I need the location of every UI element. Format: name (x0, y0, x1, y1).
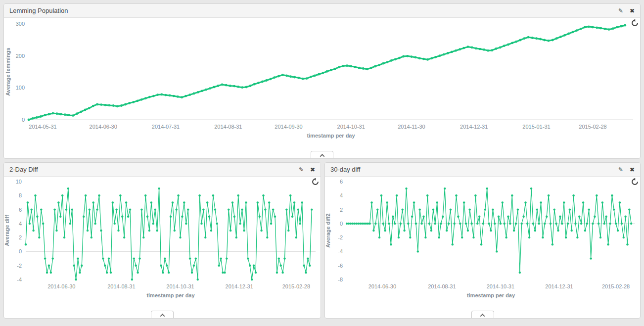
svg-text:2015-02-28: 2015-02-28 (579, 124, 606, 130)
svg-text:2014-07-31: 2014-07-31 (152, 124, 180, 130)
svg-text:-2: -2 (17, 263, 22, 269)
svg-text:2015-02-28: 2015-02-28 (282, 283, 310, 289)
svg-text:0: 0 (340, 221, 343, 227)
collapse-panel-button[interactable] (151, 311, 174, 318)
chart-area: 01002003002014-05-312014-06-302014-07-31… (4, 18, 640, 142)
svg-text:4: 4 (19, 221, 22, 227)
svg-text:timestamp per day: timestamp per day (307, 133, 355, 139)
svg-text:Average diff: Average diff (4, 215, 10, 246)
svg-text:-8: -8 (338, 277, 343, 282)
edit-panel-icon[interactable]: ✎ (618, 167, 623, 173)
edit-panel-icon[interactable]: ✎ (618, 8, 623, 14)
bottom-row: 2-Day Diff ✎ ✖ -4-202468102014-06-302014… (3, 162, 641, 319)
panel-header-icons: ✎ ✖ (299, 167, 315, 173)
chart-area: -4-202468102014-06-302014-08-312014-10-3… (4, 177, 321, 304)
circular-arrow-icon[interactable] (312, 178, 319, 186)
svg-text:2014-05-31: 2014-05-31 (29, 124, 56, 130)
svg-text:2014-08-31: 2014-08-31 (214, 124, 242, 130)
panel-header-icons: ✎ ✖ (618, 8, 635, 14)
svg-text:2: 2 (19, 234, 22, 240)
svg-text:Average lemmings: Average lemmings (5, 47, 11, 95)
circular-arrow-icon[interactable] (631, 19, 639, 27)
panel-lemming-population: Lemming Population ✎ ✖ 01002003002014-05… (3, 3, 641, 159)
lemming-population-chart[interactable]: 01002003002014-05-312014-06-302014-07-31… (4, 18, 640, 142)
svg-text:8: 8 (19, 192, 22, 198)
panel-30-day-diff: 30-day diff ✎ ✖ -8-6-4-202462014-06-3020… (324, 162, 641, 319)
svg-text:2014-12-31: 2014-12-31 (545, 283, 573, 289)
svg-text:2014-09-30: 2014-09-30 (275, 124, 302, 130)
svg-text:Average diff2: Average diff2 (325, 213, 331, 247)
close-panel-icon[interactable]: ✖ (630, 8, 635, 14)
collapse-panel-button[interactable] (471, 311, 494, 318)
svg-text:2014-06-30: 2014-06-30 (90, 124, 117, 130)
chart-area: -8-6-4-202462014-06-302014-08-312014-10-… (325, 177, 640, 304)
dashboard: Lemming Population ✎ ✖ 01002003002014-05… (0, 0, 644, 326)
svg-text:2014-10-31: 2014-10-31 (337, 124, 365, 130)
svg-text:4: 4 (340, 192, 343, 198)
chevron-up-icon (160, 314, 165, 319)
svg-text:6: 6 (19, 207, 22, 213)
svg-text:200: 200 (16, 53, 25, 59)
svg-text:2014-08-31: 2014-08-31 (428, 283, 456, 289)
svg-text:-2: -2 (338, 234, 343, 240)
chevron-up-icon (320, 154, 324, 159)
close-panel-icon[interactable]: ✖ (630, 167, 635, 173)
svg-text:-4: -4 (17, 277, 22, 282)
svg-text:2014-06-30: 2014-06-30 (47, 283, 75, 289)
svg-text:-6: -6 (338, 263, 343, 269)
svg-text:timestamp per day: timestamp per day (467, 292, 515, 298)
svg-text:2014-10-31: 2014-10-31 (487, 283, 514, 289)
panel-2-day-diff: 2-Day Diff ✎ ✖ -4-202468102014-06-302014… (3, 162, 321, 319)
svg-text:timestamp per day: timestamp per day (146, 292, 195, 298)
svg-text:0: 0 (19, 248, 22, 254)
two-day-diff-chart[interactable]: -4-202468102014-06-302014-08-312014-10-3… (4, 177, 321, 304)
panel-title: 2-Day Diff (9, 166, 38, 173)
svg-text:2014-10-31: 2014-10-31 (166, 283, 194, 289)
svg-text:0: 0 (22, 117, 25, 123)
panel-drag-handle[interactable]: Lemming Population ✎ ✖ (4, 4, 640, 18)
svg-text:10: 10 (16, 179, 22, 185)
panel-drag-handle[interactable]: 2-Day Diff ✎ ✖ (4, 163, 321, 177)
chevron-up-icon (480, 314, 485, 319)
circular-arrow-icon[interactable] (631, 178, 639, 186)
svg-text:300: 300 (16, 21, 25, 27)
edit-panel-icon[interactable]: ✎ (299, 167, 304, 173)
svg-text:-4: -4 (338, 248, 343, 254)
svg-text:2014-12-31: 2014-12-31 (226, 283, 253, 289)
svg-text:2015-01-31: 2015-01-31 (522, 124, 550, 130)
panel-drag-handle[interactable]: 30-day diff ✎ ✖ (325, 163, 640, 177)
svg-text:2014-06-30: 2014-06-30 (368, 283, 396, 289)
svg-text:100: 100 (16, 85, 25, 91)
panel-title: 30-day diff (330, 166, 360, 173)
thirty-day-diff-chart[interactable]: -8-6-4-202462014-06-302014-08-312014-10-… (325, 177, 640, 304)
svg-text:2014-12-31: 2014-12-31 (460, 124, 488, 130)
svg-text:2014-11-30: 2014-11-30 (398, 124, 425, 130)
svg-text:6: 6 (340, 179, 343, 185)
svg-text:2: 2 (340, 207, 343, 213)
svg-text:2014-08-31: 2014-08-31 (107, 283, 135, 289)
svg-text:2015-02-28: 2015-02-28 (602, 283, 630, 289)
panel-header-icons: ✎ ✖ (618, 167, 635, 173)
panel-title: Lemming Population (9, 7, 68, 14)
close-panel-icon[interactable]: ✖ (310, 167, 315, 173)
collapse-panel-button[interactable] (311, 151, 333, 158)
